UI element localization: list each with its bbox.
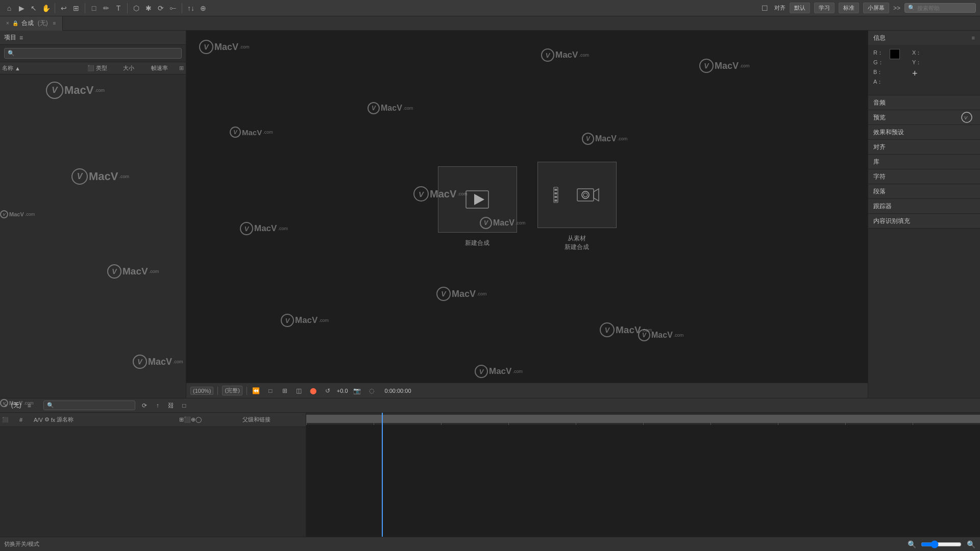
tl-link-icon[interactable]: ⛓ bbox=[166, 400, 176, 411]
search-help-box: 🔍 bbox=[904, 3, 976, 13]
rect-icon[interactable]: □ bbox=[89, 3, 99, 13]
ruler-tick-2 bbox=[441, 423, 442, 425]
checkerboard-icon[interactable]: ⊞ bbox=[280, 386, 290, 396]
grid-icon[interactable]: ⊞ bbox=[71, 3, 81, 13]
from-footage-card[interactable]: 从素材 新建合成 bbox=[537, 162, 617, 252]
new-comp-card[interactable]: 新建合成 bbox=[438, 166, 517, 247]
comp-tab[interactable]: × 🔒 合成 (无) ≡ bbox=[0, 16, 63, 31]
frame-icon[interactable]: □ bbox=[265, 386, 276, 396]
tl-source-col: A/V ⚙ fx 源名称 bbox=[34, 416, 177, 423]
mini-workspace-btn[interactable]: 小屏幕 bbox=[863, 3, 889, 13]
tab-menu-icon[interactable]: ≡ bbox=[53, 20, 56, 26]
sort-arrow: ▲ bbox=[15, 65, 20, 71]
anchor-icon[interactable]: ⊕ bbox=[198, 3, 208, 13]
color-mode-icon[interactable]: ⬤ bbox=[308, 386, 318, 396]
zoom-out-icon[interactable]: 🔍 bbox=[906, 539, 917, 549]
filmstrip-svg bbox=[553, 185, 573, 205]
effects-header[interactable]: 效果和预设 bbox=[868, 125, 980, 139]
tl-collapse-icon[interactable]: □ bbox=[179, 400, 189, 411]
type-icon: ⬛ bbox=[87, 65, 94, 71]
project-title: 项目 bbox=[4, 33, 16, 42]
preview-header[interactable]: 预览 V bbox=[868, 110, 980, 124]
search-help-input[interactable] bbox=[917, 5, 972, 11]
audio-title: 音频 bbox=[873, 98, 886, 107]
tracker-header[interactable]: 跟踪器 bbox=[868, 199, 980, 213]
timeline-search-input[interactable] bbox=[56, 403, 132, 409]
svg-point-9 bbox=[582, 191, 589, 198]
roto-icon[interactable]: ⟜ bbox=[168, 3, 178, 13]
x-label: X： bbox=[912, 49, 920, 57]
new-comp-box[interactable] bbox=[438, 166, 517, 233]
camera-icon-viewer[interactable]: 📷 bbox=[352, 386, 362, 396]
play-icon[interactable]: ▶ bbox=[16, 3, 27, 13]
tab-close-icon[interactable]: × bbox=[6, 20, 9, 26]
align-checkbox[interactable]: ☐ bbox=[760, 3, 770, 13]
tab-bar: × 🔒 合成 (无) ≡ bbox=[0, 16, 980, 31]
plus-icon: + bbox=[912, 68, 920, 79]
hand-icon[interactable]: ✋ bbox=[41, 3, 51, 13]
toolbar-right: ☐ 对齐 默认 学习 标准 小屏幕 >> 🔍 bbox=[760, 3, 976, 13]
paragraph-header[interactable]: 段落 bbox=[868, 184, 980, 198]
reset-icon[interactable]: ↺ bbox=[323, 386, 333, 396]
content-header[interactable]: 内容识别填充 bbox=[868, 214, 980, 228]
tl-num-col: # bbox=[19, 417, 32, 423]
quality-btn[interactable]: (完整) bbox=[222, 386, 242, 395]
tl-solo-icon[interactable]: ⟳ bbox=[139, 400, 150, 411]
transparent-icon[interactable]: ◫ bbox=[294, 386, 304, 396]
top-toolbar: ⌂ ▶ ↖ ✋ ↩ ⊞ □ ✏ T ⬡ ✱ ⟳ ⟜ ↑↓ ⊕ ☐ 对齐 默认 学… bbox=[0, 0, 980, 16]
brush-icon[interactable]: ✱ bbox=[143, 3, 154, 13]
timeline-menu-icon[interactable]: ≡ bbox=[28, 402, 31, 409]
info-header[interactable]: 信息 ≡ bbox=[868, 31, 980, 45]
ctrl-sep-2 bbox=[247, 387, 247, 395]
tab-subtitle: (无) bbox=[38, 19, 48, 28]
b-label: B： bbox=[873, 68, 881, 76]
timeline-comp-label: (无) bbox=[11, 401, 21, 410]
timeline-search-box: 🔍 bbox=[43, 400, 135, 410]
a-label: A： bbox=[873, 78, 881, 86]
shape-icon[interactable]: ⬡ bbox=[131, 3, 141, 13]
tracker-title: 跟踪器 bbox=[873, 202, 892, 211]
default-workspace-btn[interactable]: 默认 bbox=[790, 3, 810, 13]
align-header[interactable]: 对齐 bbox=[868, 140, 980, 154]
motion-blur-icon[interactable]: ◌ bbox=[366, 386, 377, 396]
timeline-toolbar-icons: ⟳ ↑ ⛓ □ bbox=[139, 400, 189, 411]
undo-icon[interactable]: ↩ bbox=[59, 3, 69, 13]
standard-workspace-btn[interactable]: 标准 bbox=[839, 3, 859, 13]
tracker-section: 跟踪器 bbox=[868, 199, 980, 214]
character-section: 字符 bbox=[868, 169, 980, 184]
separator-1 bbox=[55, 3, 55, 13]
info-section: 信息 ≡ R： G： B： A： bbox=[868, 31, 980, 95]
col-expand-icon[interactable]: ⊞ bbox=[179, 65, 184, 71]
timeline-col-headers: ⬛ # A/V ⚙ fx 源名称 ⊞⬛⊕◯ 父级和链接 bbox=[0, 413, 306, 427]
ruler-tick-7 bbox=[778, 423, 778, 425]
pen-icon[interactable]: ✏ bbox=[101, 3, 111, 13]
character-header[interactable]: 字符 bbox=[868, 169, 980, 184]
clone-icon[interactable]: ⟳ bbox=[156, 3, 166, 13]
project-search-input[interactable] bbox=[17, 51, 178, 57]
home-icon[interactable]: ⌂ bbox=[4, 3, 14, 13]
text-icon[interactable]: T bbox=[113, 3, 124, 13]
svg-marker-1 bbox=[474, 194, 484, 205]
ruler-tick-5 bbox=[643, 421, 644, 425]
ruler-tick-9 bbox=[913, 423, 913, 425]
zoom-in-icon[interactable]: 🔍 bbox=[966, 539, 976, 549]
timeline-tracks bbox=[306, 413, 980, 537]
more-workspaces-icon[interactable]: >> bbox=[893, 5, 900, 12]
pointer-icon[interactable]: ↖ bbox=[29, 3, 39, 13]
tab-lock-icon: 🔒 bbox=[12, 20, 18, 26]
col-type: ⬛ 类型 bbox=[87, 64, 123, 72]
zoom-btn[interactable]: (100%) bbox=[190, 387, 213, 395]
move-icon[interactable]: ↑↓ bbox=[186, 3, 196, 13]
tl-motion-icon[interactable]: ↑ bbox=[153, 400, 163, 411]
learn-workspace-btn[interactable]: 学习 bbox=[814, 3, 835, 13]
project-menu-icon[interactable]: ≡ bbox=[19, 34, 23, 41]
timeline-playhead[interactable] bbox=[382, 413, 383, 537]
timeline-panel: × (无) ≡ 🔍 ⟳ ↑ ⛓ □ ⬛ # A/V bbox=[0, 398, 980, 551]
info-expand-icon[interactable]: ≡ bbox=[972, 35, 975, 41]
timeline-close-icon[interactable]: × bbox=[4, 403, 7, 408]
library-header[interactable]: 库 bbox=[868, 155, 980, 169]
fast-prev-icon[interactable]: ⏪ bbox=[251, 386, 261, 396]
audio-header[interactable]: 音频 bbox=[868, 95, 980, 110]
zoom-slider[interactable] bbox=[921, 540, 962, 548]
from-footage-box[interactable] bbox=[537, 162, 617, 228]
